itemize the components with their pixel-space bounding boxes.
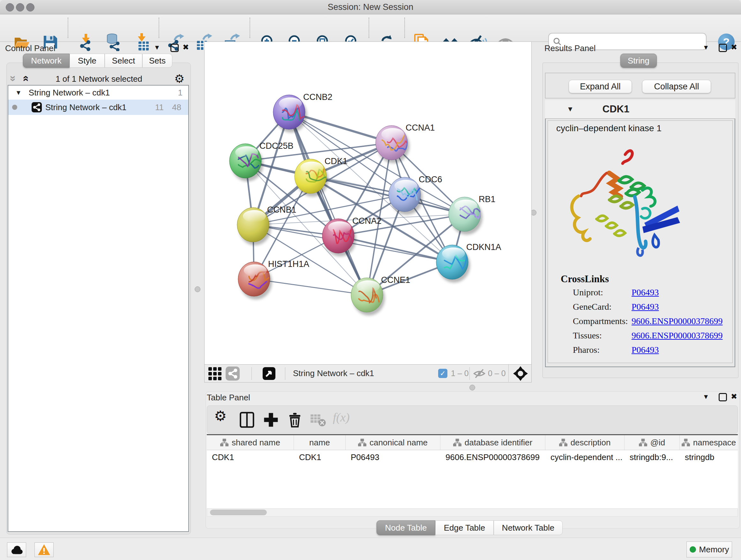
import-table-icon[interactable] (133, 33, 151, 51)
tissues-link[interactable]: 9606.ENSP00000378699 (631, 330, 723, 341)
column-header-canonical-name[interactable]: canonical name (346, 435, 441, 450)
toolbar-separator (368, 17, 369, 38)
tab-node-table[interactable]: Node Table (377, 520, 435, 535)
import-network-icon[interactable] (77, 33, 95, 51)
cdk1-section-header[interactable]: ▼ CDK1 (545, 100, 735, 119)
expand-all-networks-icon[interactable]: » (21, 76, 28, 82)
network-node[interactable]: CDC6 (389, 175, 442, 215)
column-type-icon (453, 439, 461, 446)
crosslinks-heading: CrossLinks (561, 273, 609, 285)
cdk1-section-body: cyclin–dependent kinase 1 Cros (548, 120, 733, 363)
network-node[interactable]: HIST1H1A (238, 259, 309, 300)
table-header-row: shared name name canonical name database… (207, 435, 738, 450)
column-header-name[interactable]: name (294, 435, 346, 450)
node-label: CCNB1 (267, 205, 296, 214)
network-node[interactable]: RB1 (449, 194, 495, 235)
tab-select[interactable]: Select (105, 54, 142, 68)
control-panel-float-icon[interactable] (171, 44, 179, 52)
table-row[interactable]: CDK1 CDK1 P06493 9606.ENSP00000378699 cy… (207, 450, 738, 464)
table-horizontal-scrollbar[interactable] (207, 508, 738, 516)
grid-view-icon[interactable] (208, 367, 222, 381)
network-collection-label: String Network – cdk1 (29, 88, 110, 98)
network-node[interactable]: CCNE1 (351, 275, 410, 315)
expand-all-button[interactable]: Expand All (569, 80, 632, 93)
edge-count: 48 (172, 103, 181, 112)
column-header-id[interactable]: @id (624, 435, 680, 450)
network-options-gear-icon[interactable]: ⚙ (174, 72, 185, 85)
selected-checkbox-icon[interactable]: ✓ (438, 369, 448, 378)
window-title: Session: New Session (0, 2, 741, 12)
results-panel-float-icon[interactable] (719, 44, 727, 52)
crosslink-row: GeneCard: P06493 (548, 302, 732, 314)
network-node[interactable]: CDC25B (229, 141, 293, 181)
compartments-link[interactable]: 9606.ENSP00000378699 (631, 316, 723, 326)
network-canvas[interactable]: CCNB2CCNA1CDC25BCDK1CDC6RB1CCNB1CCNA2CDK… (204, 42, 532, 365)
results-panel-close-icon[interactable]: ✖ (731, 43, 737, 52)
network-share-view-icon[interactable] (226, 367, 240, 381)
node-label: CDC25B (259, 141, 293, 151)
collapse-all-button[interactable]: Collapse All (642, 80, 711, 93)
column-type-icon (682, 439, 690, 446)
network-share-icon (31, 102, 42, 113)
network-tree-root-row[interactable]: ▼ String Network – cdk1 1 (8, 85, 188, 100)
protein-structure-image (559, 142, 690, 264)
selected-node-edge-counts: 1 – 0 (451, 369, 469, 378)
table-toolbar: ⚙ f(x) (207, 406, 738, 434)
tab-network-table[interactable]: Network Table (494, 520, 562, 535)
network-tree-child-row[interactable]: String Network – cdk1 11 48 (8, 100, 188, 115)
table-panel-float-icon[interactable] (719, 393, 727, 401)
collapse-all-networks-icon[interactable]: » (10, 76, 17, 82)
network-node[interactable]: CCNB2 (273, 92, 333, 132)
import-database-icon[interactable] (105, 33, 122, 51)
table-panel-close-icon[interactable]: ✖ (731, 392, 737, 401)
control-panel-collapse-icon[interactable]: ▾ (155, 43, 159, 52)
tree-expand-icon[interactable]: ▼ (15, 89, 22, 97)
bottom-splitter-handle[interactable] (469, 385, 475, 390)
toolbar-separator (404, 17, 405, 38)
node-label: CDKN1A (466, 242, 501, 252)
uniprot-link[interactable]: P06493 (631, 287, 659, 298)
network-view-toolbar: String Network – cdk1 ✓ 1 – 0 0 – 0 (204, 365, 532, 382)
show-columns-icon[interactable] (239, 412, 256, 428)
pharos-link[interactable]: P06493 (631, 345, 659, 355)
node-label: CCNE1 (381, 275, 410, 285)
node-table: shared name name canonical name database… (207, 434, 738, 508)
delete-column-icon[interactable] (287, 412, 304, 428)
tab-sets[interactable]: Sets (142, 54, 172, 68)
tab-style[interactable]: Style (70, 54, 105, 68)
fit-selected-crosshair-icon[interactable] (513, 366, 528, 381)
left-splitter-handle[interactable] (195, 287, 200, 292)
control-panel-close-icon[interactable]: ✖ (183, 43, 189, 52)
cloud-button[interactable] (7, 543, 26, 557)
scrollbar-thumb[interactable] (210, 509, 267, 515)
node-label: CDK1 (325, 157, 347, 166)
crosslink-row: Uniprot: P06493 (548, 287, 732, 300)
network-node[interactable]: CCNB1 (237, 205, 296, 245)
tab-network[interactable]: Network (23, 54, 70, 68)
tab-string[interactable]: String (620, 54, 657, 68)
network-label: String Network – cdk1 (45, 103, 126, 112)
column-header-database-identifier[interactable]: database identifier (441, 435, 545, 450)
column-header-description[interactable]: description (545, 435, 624, 450)
network-selection-status: 1 of 1 Network selected (35, 74, 163, 84)
network-node[interactable]: CDKN1A (436, 242, 501, 283)
memory-button[interactable]: Memory (686, 542, 732, 557)
genecard-link[interactable]: P06493 (631, 302, 659, 312)
results-panel-collapse-icon[interactable]: ▾ (704, 43, 708, 52)
column-header-shared-name[interactable]: shared name (207, 435, 294, 450)
warning-icon (37, 544, 51, 556)
section-collapse-icon[interactable]: ▼ (567, 105, 574, 113)
add-column-icon[interactable] (263, 412, 279, 428)
table-panel-collapse-icon[interactable]: ▾ (704, 392, 708, 401)
network-node[interactable]: CDK1 (294, 157, 347, 197)
control-panel-title: Control Panel (5, 44, 56, 53)
toolbar-separator (68, 17, 68, 38)
birds-eye-view-icon[interactable] (263, 367, 275, 380)
network-node[interactable]: CCNA2 (322, 216, 382, 256)
table-settings-gear-icon[interactable]: ⚙ (214, 408, 226, 424)
column-header-namespace[interactable]: namespace (680, 435, 738, 450)
warnings-button[interactable] (35, 543, 54, 557)
network-node[interactable]: CCNA1 (376, 123, 435, 163)
node-label: HIST1H1A (268, 259, 309, 269)
tab-edge-table[interactable]: Edge Table (435, 520, 494, 535)
